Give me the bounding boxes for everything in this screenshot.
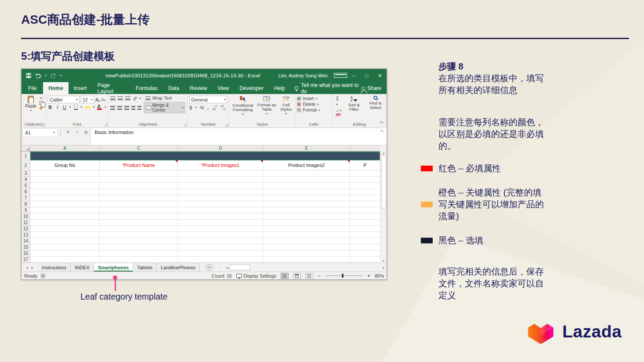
grid-cell[interactable] [30, 201, 100, 207]
grid-cell[interactable] [178, 244, 263, 250]
clear-icon[interactable] [336, 113, 341, 116]
font-name-select[interactable]: Calibri▾ [48, 96, 80, 103]
tab-home[interactable]: Home [43, 82, 68, 94]
grid-cell[interactable] [30, 189, 100, 195]
collapse-formula-bar-icon[interactable] [380, 130, 384, 134]
grid-cell[interactable] [178, 232, 263, 238]
row-header[interactable]: 7 [22, 195, 30, 201]
header-cell-group-no[interactable]: Group No [30, 160, 100, 170]
row-header[interactable]: 8 [22, 201, 30, 207]
grid-cell[interactable] [30, 170, 100, 177]
align-center-icon[interactable] [117, 106, 122, 110]
row-header[interactable]: 14 [22, 238, 30, 244]
find-select-button[interactable]: Find & Select [366, 96, 384, 116]
row-header[interactable]: 5 [22, 183, 30, 189]
sheet-next-icon[interactable]: ▸ [32, 265, 34, 270]
row-header[interactable]: 4 [22, 177, 30, 183]
grid-cell[interactable] [30, 257, 100, 263]
decrease-decimal-icon[interactable]: .00→.0 [220, 105, 225, 111]
scroll-up-icon[interactable]: ▲ [382, 152, 385, 155]
scroll-down-icon[interactable]: ▼ [382, 259, 385, 262]
grid-cell[interactable] [30, 238, 100, 244]
row-header-2[interactable]: 2 [22, 160, 30, 170]
row-header[interactable]: 16 [22, 250, 30, 257]
grid-cell[interactable] [350, 170, 380, 177]
normal-view-button[interactable] [281, 273, 289, 279]
undo-caret-icon[interactable]: ▾ [45, 74, 47, 77]
undo-icon[interactable] [35, 73, 41, 78]
display-settings-button[interactable]: Display Settings [236, 273, 276, 279]
grid-cell[interactable] [30, 220, 100, 226]
grid-cell[interactable] [100, 201, 178, 207]
dialog-launcher-icon[interactable] [42, 123, 45, 126]
grid-cell[interactable] [350, 232, 380, 238]
column-header-c[interactable]: C [100, 145, 178, 152]
grid-cell[interactable] [178, 250, 263, 257]
grid-cell[interactable] [178, 183, 263, 189]
maximize-icon[interactable]: □ [360, 73, 373, 78]
wrap-text-button[interactable]: Wrap Text [145, 96, 172, 101]
sheet-prev-icon[interactable]: ◂ [26, 265, 28, 270]
row-header[interactable]: 15 [22, 244, 30, 250]
column-header-partial[interactable] [350, 145, 380, 152]
row-header[interactable]: 12 [22, 226, 30, 232]
vertical-scroll-thumb[interactable] [381, 156, 386, 208]
grid-cell[interactable] [30, 232, 100, 238]
column-header-a[interactable]: A [30, 145, 100, 152]
autosum-button[interactable]: Σ ▾ [336, 96, 342, 106]
grid-cell[interactable] [30, 244, 100, 250]
grid-cell[interactable] [30, 195, 100, 201]
grid-cell[interactable] [350, 226, 380, 232]
grid-cell[interactable] [30, 226, 100, 232]
merged-title-cell[interactable] [30, 152, 380, 160]
sheet-tab-index[interactable]: INDEX [71, 263, 94, 272]
dialog-launcher-icon[interactable] [225, 123, 228, 126]
grid-cell[interactable] [350, 250, 380, 257]
grid-cell[interactable] [178, 201, 263, 207]
grid-cell[interactable] [30, 183, 100, 189]
fill-button[interactable]: ↓ ▾ [336, 107, 342, 112]
grid-cell[interactable] [100, 195, 178, 201]
grid-cell[interactable] [263, 226, 350, 232]
zoom-slider-thumb[interactable] [342, 274, 344, 278]
grid-cell[interactable] [30, 207, 100, 214]
insert-function-icon[interactable]: fx [84, 129, 88, 134]
row-header[interactable]: 6 [22, 189, 30, 195]
increase-decimal-icon[interactable]: ←.0.00 [212, 105, 217, 111]
orientation-icon[interactable]: ab [132, 95, 138, 101]
format-cells-button[interactable]: Format▾ [297, 107, 330, 113]
insert-cells-button[interactable]: Insert▾ [297, 96, 330, 101]
page-layout-view-button[interactable] [293, 273, 301, 279]
conditional-formatting-button[interactable]: ≠ Conditional Formatting▾ [231, 96, 254, 116]
tab-page-layout[interactable]: Page Layout [92, 82, 130, 94]
minimize-icon[interactable]: – [347, 73, 360, 78]
grid-cell[interactable] [350, 201, 380, 207]
grid-cell[interactable] [263, 195, 350, 201]
paste-button[interactable]: Paste ▾ [23, 96, 38, 112]
grid-cell[interactable] [263, 207, 350, 214]
grid-cell[interactable] [263, 232, 350, 238]
grid-cell[interactable] [30, 214, 100, 220]
row-header[interactable]: 10 [22, 214, 30, 220]
align-middle-icon[interactable] [118, 96, 123, 100]
sheet-tab-smartphones[interactable]: Smartphones [94, 263, 133, 272]
confirm-entry-icon[interactable]: ✓ [75, 129, 79, 135]
save-icon[interactable] [26, 73, 31, 78]
dialog-launcher-icon[interactable] [184, 123, 186, 126]
shrink-font-icon[interactable]: A▾ [101, 98, 105, 102]
horizontal-scroll-thumb[interactable] [230, 264, 250, 270]
vertical-scrollbar[interactable]: ▲ ▼ [380, 152, 387, 263]
zoom-slider[interactable] [325, 275, 363, 276]
redo-icon[interactable] [51, 73, 56, 78]
grid-cell[interactable] [263, 170, 350, 177]
close-icon[interactable]: ✕ [373, 73, 387, 79]
new-sheet-icon[interactable]: + [206, 264, 213, 271]
header-cell-product-images1[interactable]: *Product Images1 [178, 160, 263, 170]
row-header[interactable]: 9 [22, 207, 30, 214]
zoom-out-icon[interactable]: − [318, 273, 321, 279]
grid-cell[interactable] [350, 177, 380, 183]
horizontal-scrollbar[interactable]: ⁞ ◂ ▸ [221, 263, 387, 272]
grid-cell[interactable] [100, 220, 178, 226]
align-left-icon[interactable] [110, 106, 115, 110]
grid-cell[interactable] [350, 214, 380, 220]
